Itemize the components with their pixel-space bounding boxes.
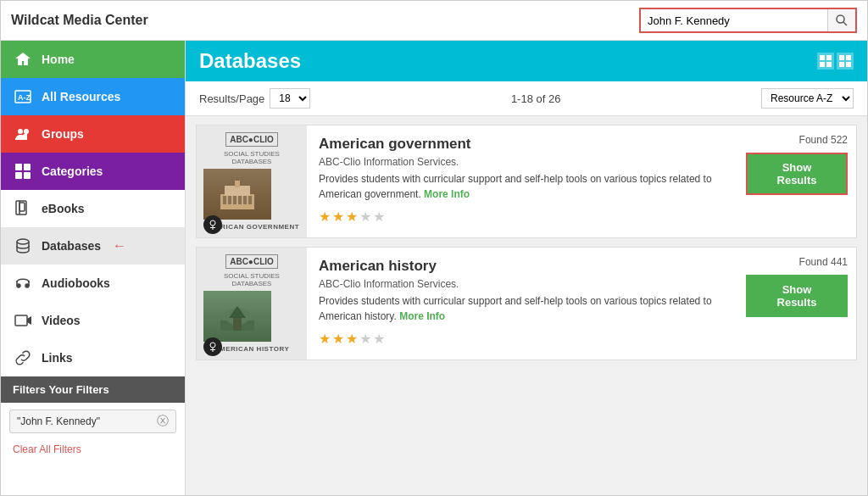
- result-action-2: Found 441 Show Results: [737, 248, 856, 359]
- your-label: Your Filters: [48, 383, 108, 396]
- list-icon: [839, 55, 851, 67]
- gender-icon-1: [203, 215, 222, 234]
- star-2: ★: [332, 209, 344, 225]
- home-icon: [13, 49, 33, 70]
- results-toolbar: Results/Page 18 36 1-18 of 26 Resource A…: [186, 81, 867, 116]
- result-action-1: Found 522 Show Results: [737, 125, 856, 237]
- svg-rect-27: [223, 196, 226, 204]
- star-4: ★: [359, 331, 371, 347]
- results-per-page-select[interactable]: 18 36: [270, 88, 310, 109]
- top-bar: Wildcat Media Center: [1, 1, 867, 41]
- star-3: ★: [346, 331, 358, 347]
- sidebar-item-audiobooks-label: Audiobooks: [42, 276, 110, 290]
- sidebar-item-links[interactable]: Links: [1, 339, 185, 376]
- result-provider-2: ABC-Clio Information Services.: [319, 278, 726, 290]
- results-per-page-label: Results/Page: [199, 92, 264, 105]
- list-view-button[interactable]: [837, 53, 854, 70]
- star-1: ★: [319, 331, 331, 347]
- svg-rect-8: [15, 172, 22, 179]
- svg-point-0: [837, 15, 844, 23]
- filter-remove-button[interactable]: ⓧ: [157, 414, 169, 429]
- svg-rect-26: [235, 181, 240, 187]
- svg-point-33: [210, 220, 215, 226]
- sidebar-item-databases-label: Databases: [42, 239, 101, 253]
- star-5: ★: [373, 209, 385, 225]
- svg-rect-11: [19, 203, 25, 211]
- sidebar-item-databases[interactable]: Databases ←: [1, 227, 185, 265]
- svg-rect-32: [248, 196, 252, 204]
- thumb-image-1: [203, 169, 271, 220]
- abc-clio-logo: ABC●CLIO: [225, 132, 278, 147]
- gov-building-image: [216, 177, 259, 211]
- result-card-2: ABC●CLIO SOCIAL STUDIES DATABASES: [196, 247, 857, 360]
- result-title-2: American history: [319, 258, 726, 275]
- svg-point-12: [17, 239, 29, 244]
- star-rating-1: ★ ★ ★ ★ ★: [319, 209, 726, 225]
- star-2: ★: [332, 331, 344, 347]
- content-area: Databases: [186, 41, 867, 495]
- svg-rect-30: [238, 196, 242, 204]
- search-input[interactable]: [641, 10, 827, 31]
- sidebar-item-ebooks[interactable]: eBooks: [1, 190, 185, 227]
- star-3: ★: [346, 209, 358, 225]
- categories-icon: [13, 161, 33, 181]
- svg-rect-22: [839, 62, 844, 67]
- sidebar-item-categories[interactable]: Categories: [1, 153, 185, 190]
- filters-label: Filters: [13, 383, 48, 396]
- sidebar-item-audiobooks[interactable]: Audiobooks: [1, 265, 185, 302]
- more-info-2[interactable]: More Info: [399, 310, 445, 322]
- page-title: Databases: [199, 49, 301, 73]
- more-info-1[interactable]: More Info: [424, 188, 470, 200]
- sort-group: Resource A-Z Resource Z-A: [761, 88, 854, 109]
- show-results-button-2[interactable]: Show Results: [746, 275, 848, 317]
- sidebar-item-ebooks-label: eBooks: [42, 202, 85, 215]
- results-per-page-group: Results/Page 18 36: [199, 88, 310, 109]
- svg-rect-31: [243, 196, 247, 204]
- filter-tag: "John F. Kennedy" ⓧ: [9, 410, 176, 433]
- svg-rect-39: [233, 318, 242, 331]
- sidebar-item-all-resources-label: All Resources: [42, 90, 120, 103]
- sidebar-item-videos[interactable]: Videos: [1, 302, 185, 339]
- svg-rect-15: [15, 315, 27, 326]
- sidebar-item-groups-label: Groups: [42, 127, 84, 141]
- sidebar-item-all-resources[interactable]: A-Z All Resources: [1, 78, 185, 115]
- result-body-2: American history ABC-Clio Information Se…: [307, 248, 737, 359]
- svg-rect-9: [24, 172, 31, 179]
- svg-line-1: [843, 22, 847, 25]
- videos-icon: [13, 310, 33, 331]
- svg-point-4: [18, 129, 23, 134]
- search-button[interactable]: [827, 9, 855, 31]
- audiobooks-icon: [13, 273, 33, 293]
- svg-rect-19: [826, 62, 832, 67]
- result-title-1: American government: [319, 136, 726, 153]
- sidebar-item-categories-label: Categories: [42, 164, 103, 178]
- result-desc-1: Provides students with curricular suppor…: [319, 171, 726, 202]
- svg-point-40: [210, 343, 215, 348]
- grid-toggle: [817, 53, 854, 70]
- result-body-1: American government ABC-Clio Information…: [307, 125, 737, 237]
- sort-select[interactable]: Resource A-Z Resource Z-A: [761, 88, 854, 109]
- result-desc-2: Provides students with curricular suppor…: [319, 293, 726, 324]
- results-range: 1-18 of 26: [511, 92, 561, 105]
- filter-value: "John F. Kennedy": [17, 415, 100, 427]
- result-thumbnail-2: ABC●CLIO SOCIAL STUDIES DATABASES: [197, 248, 307, 359]
- svg-rect-29: [233, 196, 236, 204]
- svg-rect-6: [15, 164, 22, 170]
- show-results-button-1[interactable]: Show Results: [746, 153, 848, 195]
- svg-point-13: [17, 284, 20, 287]
- result-card: ABC●CLIO SOCIAL STUDIES DATABASES: [196, 125, 857, 238]
- sidebar-item-groups[interactable]: Groups: [1, 115, 185, 153]
- sidebar-item-home[interactable]: Home: [1, 41, 185, 78]
- svg-point-14: [25, 284, 29, 287]
- grid-view-button[interactable]: [817, 53, 834, 70]
- svg-rect-23: [846, 62, 851, 67]
- clear-all-filters-button[interactable]: Clear All Filters: [1, 440, 185, 459]
- svg-rect-20: [839, 55, 844, 60]
- filters-header: Filters Your Filters: [1, 376, 185, 403]
- grid-icon: [820, 55, 832, 67]
- star-1: ★: [319, 209, 331, 225]
- databases-arrow-icon: ←: [113, 238, 126, 254]
- databases-icon: [13, 236, 33, 256]
- sidebar-item-home-label: Home: [42, 53, 75, 66]
- svg-rect-28: [228, 196, 231, 204]
